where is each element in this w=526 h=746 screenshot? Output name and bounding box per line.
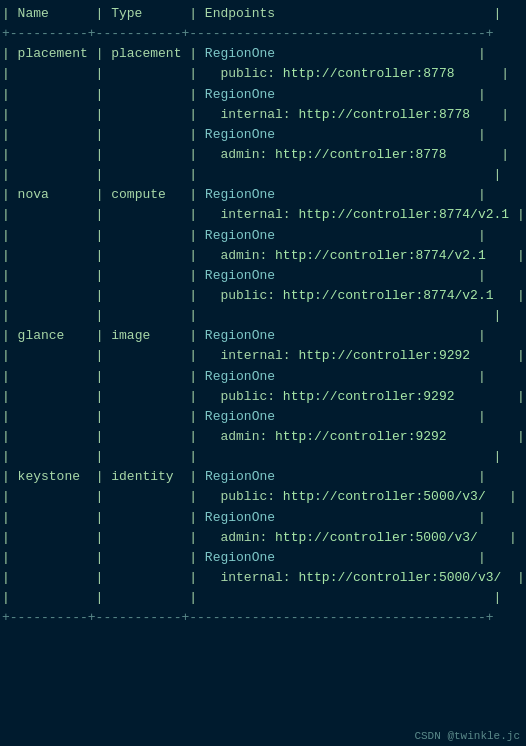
terminal-window: | Name | Type | Endpoints | +----------+… (0, 0, 526, 746)
table-row: | nova | compute | RegionOne | (2, 185, 524, 205)
table-row: | | | admin: http://controller:9292 | (2, 427, 524, 447)
table-row: | | | RegionOne | (2, 226, 524, 246)
table-row: | | | internal: http://controller:5000/v… (2, 568, 524, 588)
table-row: | | | RegionOne | (2, 407, 524, 427)
table-row: | | | RegionOne | (2, 125, 524, 145)
table-row: | | | | (2, 306, 524, 326)
table-row: | | | internal: http://controller:9292 | (2, 346, 524, 366)
table-row: | glance | image | RegionOne | (2, 326, 524, 346)
table-row: | | | internal: http://controller:8778 | (2, 105, 524, 125)
table-divider-top: +----------+-----------+----------------… (2, 24, 524, 44)
table-divider-bottom: +----------+-----------+----------------… (2, 608, 524, 628)
table-row: | | | admin: http://controller:5000/v3/ … (2, 528, 524, 548)
table-row: | | | RegionOne | (2, 266, 524, 286)
table-row: | placement | placement | RegionOne | (2, 44, 524, 64)
table-row: | keystone | identity | RegionOne | (2, 467, 524, 487)
table-row: | | | | (2, 447, 524, 467)
table-row: | | | RegionOne | (2, 85, 524, 105)
table-row: | | | public: http://controller:9292 | (2, 387, 524, 407)
table-header: | Name | Type | Endpoints | (2, 4, 524, 24)
table-row: | | | admin: http://controller:8778 | (2, 145, 524, 165)
watermark-text: CSDN @twinkle.jc (414, 730, 520, 742)
table-row: | | | internal: http://controller:8774/v… (2, 205, 524, 225)
table-row: | | | public: http://controller:5000/v3/… (2, 487, 524, 507)
table-row: | | | RegionOne | (2, 367, 524, 387)
table-row: | | | admin: http://controller:8774/v2.1… (2, 246, 524, 266)
table-row: | | | public: http://controller:8774/v2.… (2, 286, 524, 306)
table-row: | | | RegionOne | (2, 508, 524, 528)
table-row: | | | | (2, 588, 524, 608)
table-row: | | | RegionOne | (2, 548, 524, 568)
table-row: | | | | (2, 165, 524, 185)
table-row: | | | public: http://controller:8778 | (2, 64, 524, 84)
